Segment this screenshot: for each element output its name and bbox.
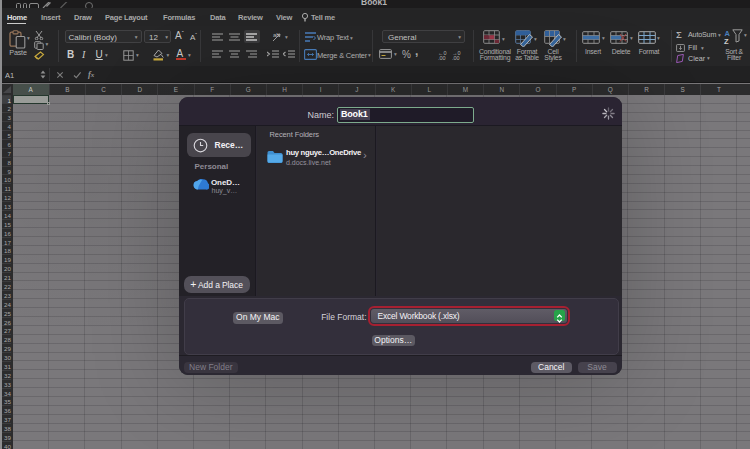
svg-text:.00: .00 [452,55,460,60]
svg-text:.00: .00 [438,55,446,60]
svg-text:ab: ab [273,32,280,38]
